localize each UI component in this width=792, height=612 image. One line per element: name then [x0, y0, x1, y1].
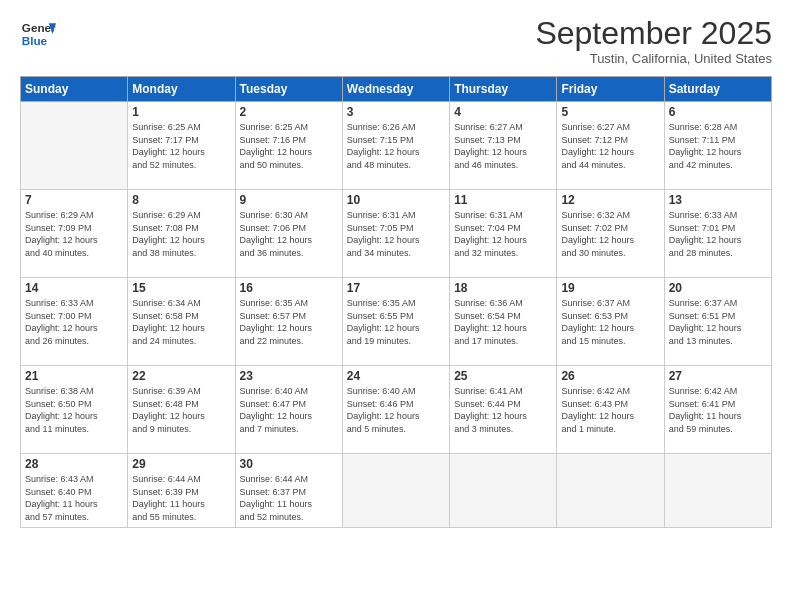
svg-text:Blue: Blue: [22, 34, 48, 47]
day-info: Sunrise: 6:40 AM Sunset: 6:46 PM Dayligh…: [347, 385, 445, 435]
day-number: 26: [561, 369, 659, 383]
day-info: Sunrise: 6:37 AM Sunset: 6:53 PM Dayligh…: [561, 297, 659, 347]
day-number: 24: [347, 369, 445, 383]
calendar-cell: 11Sunrise: 6:31 AM Sunset: 7:04 PM Dayli…: [450, 190, 557, 278]
calendar-cell: [664, 454, 771, 527]
calendar-cell: 3Sunrise: 6:26 AM Sunset: 7:15 PM Daylig…: [342, 102, 449, 190]
calendar-cell: 22Sunrise: 6:39 AM Sunset: 6:48 PM Dayli…: [128, 366, 235, 454]
day-number: 5: [561, 105, 659, 119]
calendar-cell: [342, 454, 449, 527]
day-number: 6: [669, 105, 767, 119]
day-number: 21: [25, 369, 123, 383]
day-info: Sunrise: 6:43 AM Sunset: 6:40 PM Dayligh…: [25, 473, 123, 523]
week-row-1: 1Sunrise: 6:25 AM Sunset: 7:17 PM Daylig…: [21, 102, 772, 190]
day-number: 18: [454, 281, 552, 295]
day-number: 9: [240, 193, 338, 207]
day-number: 4: [454, 105, 552, 119]
day-info: Sunrise: 6:28 AM Sunset: 7:11 PM Dayligh…: [669, 121, 767, 171]
calendar-cell: 9Sunrise: 6:30 AM Sunset: 7:06 PM Daylig…: [235, 190, 342, 278]
day-info: Sunrise: 6:31 AM Sunset: 7:05 PM Dayligh…: [347, 209, 445, 259]
weekday-header-row: SundayMondayTuesdayWednesdayThursdayFrid…: [21, 77, 772, 102]
weekday-header-wednesday: Wednesday: [342, 77, 449, 102]
weekday-header-saturday: Saturday: [664, 77, 771, 102]
weekday-header-monday: Monday: [128, 77, 235, 102]
day-number: 22: [132, 369, 230, 383]
day-number: 2: [240, 105, 338, 119]
calendar-cell: 8Sunrise: 6:29 AM Sunset: 7:08 PM Daylig…: [128, 190, 235, 278]
day-info: Sunrise: 6:35 AM Sunset: 6:55 PM Dayligh…: [347, 297, 445, 347]
day-info: Sunrise: 6:26 AM Sunset: 7:15 PM Dayligh…: [347, 121, 445, 171]
day-info: Sunrise: 6:27 AM Sunset: 7:12 PM Dayligh…: [561, 121, 659, 171]
day-number: 13: [669, 193, 767, 207]
day-info: Sunrise: 6:36 AM Sunset: 6:54 PM Dayligh…: [454, 297, 552, 347]
day-number: 12: [561, 193, 659, 207]
calendar-cell: 26Sunrise: 6:42 AM Sunset: 6:43 PM Dayli…: [557, 366, 664, 454]
week-row-4: 21Sunrise: 6:38 AM Sunset: 6:50 PM Dayli…: [21, 366, 772, 454]
day-number: 19: [561, 281, 659, 295]
calendar-cell: 6Sunrise: 6:28 AM Sunset: 7:11 PM Daylig…: [664, 102, 771, 190]
day-number: 7: [25, 193, 123, 207]
calendar-cell: 23Sunrise: 6:40 AM Sunset: 6:47 PM Dayli…: [235, 366, 342, 454]
day-number: 16: [240, 281, 338, 295]
calendar-cell: 24Sunrise: 6:40 AM Sunset: 6:46 PM Dayli…: [342, 366, 449, 454]
day-info: Sunrise: 6:29 AM Sunset: 7:08 PM Dayligh…: [132, 209, 230, 259]
calendar-cell: 13Sunrise: 6:33 AM Sunset: 7:01 PM Dayli…: [664, 190, 771, 278]
week-row-2: 7Sunrise: 6:29 AM Sunset: 7:09 PM Daylig…: [21, 190, 772, 278]
day-number: 25: [454, 369, 552, 383]
calendar-cell: 4Sunrise: 6:27 AM Sunset: 7:13 PM Daylig…: [450, 102, 557, 190]
day-info: Sunrise: 6:31 AM Sunset: 7:04 PM Dayligh…: [454, 209, 552, 259]
calendar-cell: 15Sunrise: 6:34 AM Sunset: 6:58 PM Dayli…: [128, 278, 235, 366]
calendar-cell: 10Sunrise: 6:31 AM Sunset: 7:05 PM Dayli…: [342, 190, 449, 278]
calendar-cell: 18Sunrise: 6:36 AM Sunset: 6:54 PM Dayli…: [450, 278, 557, 366]
day-info: Sunrise: 6:30 AM Sunset: 7:06 PM Dayligh…: [240, 209, 338, 259]
calendar-cell: 7Sunrise: 6:29 AM Sunset: 7:09 PM Daylig…: [21, 190, 128, 278]
day-number: 1: [132, 105, 230, 119]
day-info: Sunrise: 6:41 AM Sunset: 6:44 PM Dayligh…: [454, 385, 552, 435]
calendar-cell: 25Sunrise: 6:41 AM Sunset: 6:44 PM Dayli…: [450, 366, 557, 454]
weekday-header-sunday: Sunday: [21, 77, 128, 102]
day-info: Sunrise: 6:29 AM Sunset: 7:09 PM Dayligh…: [25, 209, 123, 259]
day-info: Sunrise: 6:39 AM Sunset: 6:48 PM Dayligh…: [132, 385, 230, 435]
day-info: Sunrise: 6:35 AM Sunset: 6:57 PM Dayligh…: [240, 297, 338, 347]
day-number: 29: [132, 457, 230, 471]
week-row-5: 28Sunrise: 6:43 AM Sunset: 6:40 PM Dayli…: [21, 454, 772, 527]
day-number: 3: [347, 105, 445, 119]
calendar-cell: 16Sunrise: 6:35 AM Sunset: 6:57 PM Dayli…: [235, 278, 342, 366]
day-info: Sunrise: 6:37 AM Sunset: 6:51 PM Dayligh…: [669, 297, 767, 347]
calendar-cell: 12Sunrise: 6:32 AM Sunset: 7:02 PM Dayli…: [557, 190, 664, 278]
month-title: September 2025: [535, 16, 772, 51]
title-block: September 2025 Tustin, California, Unite…: [535, 16, 772, 66]
page: General Blue September 2025 Tustin, Cali…: [0, 0, 792, 612]
header: General Blue September 2025 Tustin, Cali…: [20, 16, 772, 66]
day-info: Sunrise: 6:25 AM Sunset: 7:17 PM Dayligh…: [132, 121, 230, 171]
calendar-cell: 29Sunrise: 6:44 AM Sunset: 6:39 PM Dayli…: [128, 454, 235, 527]
day-info: Sunrise: 6:44 AM Sunset: 6:39 PM Dayligh…: [132, 473, 230, 523]
day-number: 10: [347, 193, 445, 207]
calendar-cell: 27Sunrise: 6:42 AM Sunset: 6:41 PM Dayli…: [664, 366, 771, 454]
logo-icon: General Blue: [20, 16, 56, 52]
day-number: 8: [132, 193, 230, 207]
calendar-cell: 5Sunrise: 6:27 AM Sunset: 7:12 PM Daylig…: [557, 102, 664, 190]
day-number: 27: [669, 369, 767, 383]
day-number: 30: [240, 457, 338, 471]
day-number: 11: [454, 193, 552, 207]
calendar-cell: 1Sunrise: 6:25 AM Sunset: 7:17 PM Daylig…: [128, 102, 235, 190]
day-info: Sunrise: 6:33 AM Sunset: 7:01 PM Dayligh…: [669, 209, 767, 259]
calendar-cell: 20Sunrise: 6:37 AM Sunset: 6:51 PM Dayli…: [664, 278, 771, 366]
day-number: 17: [347, 281, 445, 295]
day-number: 23: [240, 369, 338, 383]
calendar-cell: [450, 454, 557, 527]
week-row-3: 14Sunrise: 6:33 AM Sunset: 7:00 PM Dayli…: [21, 278, 772, 366]
logo: General Blue: [20, 16, 56, 52]
calendar-cell: 28Sunrise: 6:43 AM Sunset: 6:40 PM Dayli…: [21, 454, 128, 527]
day-number: 15: [132, 281, 230, 295]
calendar: SundayMondayTuesdayWednesdayThursdayFrid…: [20, 76, 772, 527]
calendar-cell: 19Sunrise: 6:37 AM Sunset: 6:53 PM Dayli…: [557, 278, 664, 366]
calendar-cell: [21, 102, 128, 190]
day-info: Sunrise: 6:25 AM Sunset: 7:16 PM Dayligh…: [240, 121, 338, 171]
calendar-cell: 21Sunrise: 6:38 AM Sunset: 6:50 PM Dayli…: [21, 366, 128, 454]
location: Tustin, California, United States: [535, 51, 772, 66]
day-info: Sunrise: 6:38 AM Sunset: 6:50 PM Dayligh…: [25, 385, 123, 435]
day-info: Sunrise: 6:32 AM Sunset: 7:02 PM Dayligh…: [561, 209, 659, 259]
calendar-cell: 30Sunrise: 6:44 AM Sunset: 6:37 PM Dayli…: [235, 454, 342, 527]
